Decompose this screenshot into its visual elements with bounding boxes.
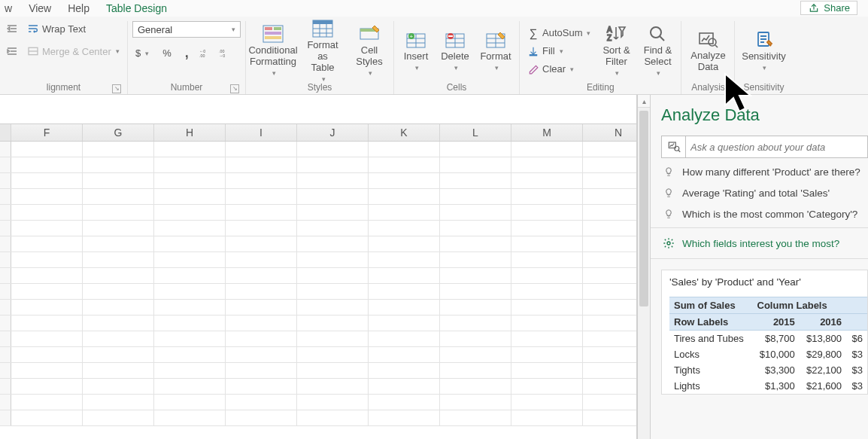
increase-decimal-icon[interactable]: ←0.00	[199, 47, 211, 59]
sort-filter-button[interactable]: AZ Sort & Filter ▾	[598, 23, 634, 79]
grid-row[interactable]	[0, 189, 636, 205]
grid-row[interactable]	[0, 395, 636, 410]
indent-decrease-icon[interactable]	[6, 23, 18, 35]
fill-button[interactable]: Fill ▾	[524, 44, 593, 59]
autosum-button[interactable]: ∑ AutoSum ▾	[524, 26, 593, 41]
chevron-down-icon: ▾	[657, 69, 660, 77]
menu-view[interactable]: View	[29, 2, 51, 14]
decrease-decimal-icon[interactable]: .00→0	[219, 47, 231, 59]
grid-row[interactable]	[0, 221, 636, 236]
grid-row[interactable]	[0, 205, 636, 221]
percent-button[interactable]: %	[159, 46, 175, 60]
format-cells-icon	[484, 30, 507, 50]
share-icon	[808, 2, 820, 14]
fields-interest-link[interactable]: Which fields interest you the most?	[651, 228, 868, 259]
svg-rect-7	[274, 27, 281, 30]
grid-row[interactable]	[0, 410, 636, 426]
lightbulb-icon	[663, 187, 675, 199]
grid-row[interactable]	[0, 347, 636, 363]
group-editing-label: Editing	[587, 82, 615, 93]
grid-row[interactable]	[0, 268, 636, 284]
column-header[interactable]: M	[511, 124, 583, 141]
pane-title: Analyze Data	[651, 102, 868, 136]
sort-filter-icon: AZ	[605, 24, 627, 44]
conditional-formatting-button[interactable]: Conditional Formatting ▾	[250, 23, 296, 79]
vertical-scrollbar[interactable]: ▴	[637, 95, 650, 439]
column-header[interactable]: F	[11, 124, 83, 141]
scroll-up-icon[interactable]: ▴	[638, 95, 650, 108]
tab-table-design[interactable]: Table Design	[106, 2, 167, 14]
grid-row[interactable]	[0, 157, 636, 173]
number-format-select[interactable]: General ▾	[132, 21, 241, 38]
pivot-year-header	[846, 314, 867, 331]
menu-bar: w View Help Table Design Share	[0, 0, 868, 17]
grid-row[interactable]	[0, 363, 636, 379]
grid-row[interactable]	[0, 173, 636, 189]
column-header[interactable]: N	[583, 124, 637, 141]
chevron-down-icon: ▾	[116, 47, 120, 55]
insert-cells-button[interactable]: + Insert ▾	[399, 23, 433, 79]
merge-center-button[interactable]: Merge & Center ▾	[24, 44, 123, 59]
insight-card[interactable]: 'Sales' by 'Product' and 'Year' Sum of S…	[661, 270, 868, 395]
cell-styles-icon	[358, 24, 381, 44]
autosum-label: AutoSum	[542, 27, 582, 38]
chevron-down-icon: ▾	[369, 69, 372, 77]
column-header[interactable]: G	[83, 124, 154, 141]
sensitivity-label: Sensitivity	[742, 51, 786, 62]
conditional-formatting-label: Conditional Formatting	[248, 45, 297, 68]
svg-rect-9	[265, 36, 281, 39]
group-cells-label: Cells	[447, 82, 467, 93]
svg-text:.00: .00	[219, 49, 224, 53]
grid-row[interactable]	[0, 142, 636, 157]
wrap-text-button[interactable]: Wrap Text	[24, 21, 89, 36]
column-header[interactable]: L	[440, 124, 511, 141]
comma-button[interactable]: ,	[182, 44, 192, 62]
chevron-down-icon: ▾	[495, 64, 499, 72]
pane-search-input[interactable]	[686, 142, 867, 153]
alignment-launcher[interactable]: ↘	[112, 84, 121, 93]
grid-row[interactable]	[0, 331, 636, 347]
column-header[interactable]: I	[226, 124, 297, 141]
grid-row[interactable]	[0, 300, 636, 316]
format-as-table-button[interactable]: Format as Table ▾	[300, 23, 345, 79]
svg-text:A: A	[607, 26, 612, 34]
grid-row[interactable]	[0, 316, 636, 331]
spreadsheet-grid[interactable]: FGHIJKLMN	[0, 95, 637, 439]
suggestion-item[interactable]: Which is the most common 'Category'?	[663, 208, 863, 220]
analyze-data-button[interactable]: Analyze Data	[686, 23, 730, 79]
column-header[interactable]: H	[154, 124, 226, 141]
chevron-down-icon: ▾	[454, 64, 458, 72]
sensitivity-button[interactable]: Sensitivity ▾	[739, 23, 788, 79]
currency-button[interactable]: $▾	[132, 46, 152, 60]
grid-row[interactable]	[0, 284, 636, 300]
grid-row[interactable]	[0, 379, 636, 395]
pane-search-box[interactable]	[661, 136, 868, 158]
format-cells-button[interactable]: Format ▾	[477, 23, 514, 79]
indent-increase-icon[interactable]	[6, 45, 18, 57]
grid-row[interactable]	[0, 236, 636, 252]
cell-styles-label: Cell Styles	[356, 45, 382, 68]
column-header[interactable]: J	[297, 124, 369, 141]
scroll-thumb[interactable]	[639, 111, 648, 306]
chevron-down-icon: ▾	[272, 69, 276, 77]
chevron-down-icon: ▾	[232, 26, 235, 33]
share-button[interactable]: Share	[800, 1, 857, 15]
column-header[interactable]: K	[369, 124, 440, 141]
svg-rect-8	[265, 32, 281, 35]
chevron-down-icon: ▾	[587, 29, 590, 37]
cell-styles-button[interactable]: Cell Styles ▾	[350, 23, 389, 79]
menu-help[interactable]: Help	[68, 2, 90, 14]
grid-row[interactable]	[0, 252, 636, 268]
chevron-down-icon: ▾	[145, 50, 149, 57]
delete-cells-button[interactable]: Delete ▾	[438, 23, 472, 79]
pivot-year-header: 2016	[800, 314, 846, 331]
suggestion-item[interactable]: Average 'Rating' and total 'Sales'	[663, 187, 863, 199]
share-label: Share	[824, 2, 850, 14]
find-select-button[interactable]: Find & Select ▾	[639, 23, 676, 79]
gear-icon	[663, 237, 675, 249]
suggestion-item[interactable]: How many different 'Product' are there?	[663, 166, 863, 178]
clear-button[interactable]: Clear ▾	[524, 62, 593, 77]
analyze-data-label: Analyze Data	[690, 50, 725, 73]
svg-point-37	[651, 27, 661, 38]
number-launcher[interactable]: ↘	[230, 84, 239, 93]
